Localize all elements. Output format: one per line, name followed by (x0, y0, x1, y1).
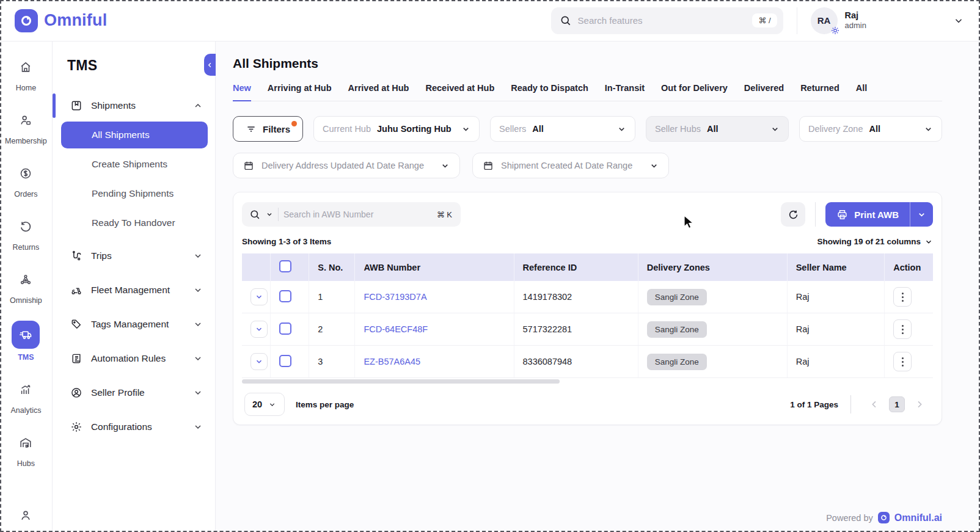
user-role: admin (845, 21, 866, 31)
filter-icon (246, 123, 257, 134)
rail-item-returns[interactable]: Returns (2, 214, 49, 252)
sidebar-subitem-ready-to-handover[interactable]: Ready To Handover (61, 210, 208, 236)
sidebar-collapse-button[interactable] (204, 54, 216, 76)
sidebar-item-tags-management[interactable]: Tags Management (61, 311, 208, 338)
tags-icon (70, 318, 83, 330)
row-actions-kebab-button[interactable] (893, 287, 912, 307)
account-person-icon[interactable] (19, 509, 32, 522)
rail-item-home[interactable]: Home (2, 55, 49, 92)
awb-link[interactable]: FCD-64ECF48F (364, 324, 428, 334)
tab-in-transit[interactable]: In-Transit (605, 83, 645, 101)
shipment-created-date-filter[interactable]: Shipment Created At Date Range (472, 153, 669, 178)
home-icon (13, 55, 38, 79)
cell-reference-id: 1419178302 (514, 281, 638, 313)
awb-search[interactable]: ⌘ K (242, 202, 461, 227)
seller-profile-icon (70, 387, 83, 399)
footer-brand-name[interactable]: Omniful.ai (894, 512, 942, 523)
chevron-down-icon (461, 125, 470, 134)
row-checkbox[interactable] (279, 290, 291, 302)
horizontal-scrollbar-thumb[interactable] (242, 379, 560, 384)
delivery-zone-select[interactable]: Delivery Zone All (799, 116, 942, 142)
tab-returned[interactable]: Returned (800, 83, 839, 101)
cell-seller-name: Raj (787, 281, 885, 313)
tab-arrived-at-hub[interactable]: Arrived at Hub (348, 83, 409, 101)
sidebar-item-trips[interactable]: Trips (61, 242, 208, 269)
tab-all[interactable]: All (856, 83, 868, 101)
rail-item-analytics[interactable]: Analytics (2, 377, 49, 415)
awb-link[interactable]: EZ-B57A6A45 (364, 357, 420, 366)
automation-rules-icon (70, 352, 83, 365)
filters-button[interactable]: Filters (233, 116, 303, 142)
divider (278, 208, 279, 221)
powered-by-footer: Powered by Omniful.ai (826, 512, 942, 523)
filters-active-dot (291, 121, 297, 126)
page-number-button[interactable]: 1 (889, 396, 905, 412)
shipments-table-card: ⌘ K Print AWB (233, 192, 942, 425)
select-all-checkbox[interactable] (279, 260, 291, 272)
search-shortcut-hint: ⌘ / (752, 13, 777, 27)
cell-seller-name: Raj (787, 346, 885, 378)
previous-page-button[interactable] (863, 399, 885, 409)
tab-delivered[interactable]: Delivered (744, 83, 784, 101)
row-expand-button[interactable] (250, 288, 268, 305)
sellers-select[interactable]: Sellers All (490, 116, 635, 142)
sidebar-subitem-pending-shipments[interactable]: Pending Shipments (61, 180, 208, 207)
main-content: All Shipments New Arriving at Hub Arrive… (216, 42, 980, 532)
chevron-down-icon (268, 401, 276, 409)
row-expand-button[interactable] (250, 321, 268, 338)
seller-hubs-select[interactable]: Seller Hubs All (646, 116, 789, 142)
chevron-down-icon (924, 238, 933, 246)
print-awb-dropdown-button[interactable] (910, 202, 933, 227)
next-page-button[interactable] (909, 399, 931, 409)
tab-arriving-at-hub[interactable]: Arriving at Hub (268, 83, 332, 101)
tab-new[interactable]: New (233, 83, 251, 101)
tab-ready-to-dispatch[interactable]: Ready to Dispatch (511, 83, 588, 101)
page-size-select[interactable]: 20 (244, 393, 285, 416)
membership-icon (13, 108, 38, 133)
items-count-label: Showing 1-3 of 3 Items (242, 237, 331, 246)
columns-selector[interactable]: Showing 19 of 21 columns (817, 237, 933, 246)
global-search[interactable]: ⌘ / (551, 7, 783, 34)
rail-item-membership[interactable]: Membership (2, 108, 49, 145)
row-actions-kebab-button[interactable] (893, 319, 912, 339)
configurations-gear-icon (70, 421, 83, 433)
row-checkbox[interactable] (279, 322, 291, 335)
orders-icon (13, 161, 38, 186)
chevron-down-icon (193, 285, 203, 295)
status-tabs: New Arriving at Hub Arrived at Hub Recei… (233, 83, 942, 101)
chevron-down-icon[interactable] (953, 15, 964, 26)
delivery-address-updated-date-filter[interactable]: Delivery Address Updated At Date Range (233, 153, 460, 178)
tab-received-at-hub[interactable]: Received at Hub (425, 83, 494, 101)
row-checkbox[interactable] (279, 355, 291, 367)
col-delivery-zones: Delivery Zones (638, 253, 787, 281)
row-expand-button[interactable] (250, 353, 268, 370)
pages-count-label: 1 of 1 Pages (790, 400, 838, 409)
tab-out-for-delivery[interactable]: Out for Delivery (661, 83, 728, 101)
user-menu[interactable]: RA Raj admin (797, 7, 964, 34)
sidebar-subitem-create-shipments[interactable]: Create Shipments (61, 151, 208, 178)
rail-item-omniship[interactable]: Omniship (2, 268, 49, 305)
rail-item-tms[interactable]: TMS (2, 321, 49, 362)
global-search-input[interactable] (578, 15, 747, 26)
col-seller-name: Seller Name (787, 253, 885, 281)
search-scope-caret[interactable] (266, 211, 273, 218)
current-hub-select[interactable]: Current Hub Juhu Sorting Hub (313, 116, 480, 142)
sidebar-item-configurations[interactable]: Configurations (61, 414, 208, 440)
sidebar-item-automation-rules[interactable]: Automation Rules (61, 345, 208, 372)
awb-link[interactable]: FCD-37193D7A (364, 292, 426, 302)
hubs-icon (13, 431, 38, 455)
print-awb-button[interactable]: Print AWB (825, 202, 910, 227)
awb-search-input[interactable] (283, 210, 432, 219)
sidebar-subitem-all-shipments[interactable]: All Shipments (61, 122, 208, 148)
sidebar-item-shipments[interactable]: Shipments (61, 92, 208, 119)
refresh-button[interactable] (781, 202, 805, 227)
rail-item-hubs[interactable]: Hubs (2, 431, 49, 468)
sidebar-item-fleet-management[interactable]: Fleet Management (61, 277, 208, 304)
row-actions-kebab-button[interactable] (893, 352, 912, 371)
brand-logo[interactable]: Omniful (15, 9, 107, 32)
omniful-logo-icon (15, 9, 38, 32)
chevron-down-icon (193, 388, 203, 398)
rail-item-orders[interactable]: Orders (2, 161, 49, 199)
cell-sno: 2 (309, 313, 355, 346)
sidebar-item-seller-profile[interactable]: Seller Profile (61, 379, 208, 406)
